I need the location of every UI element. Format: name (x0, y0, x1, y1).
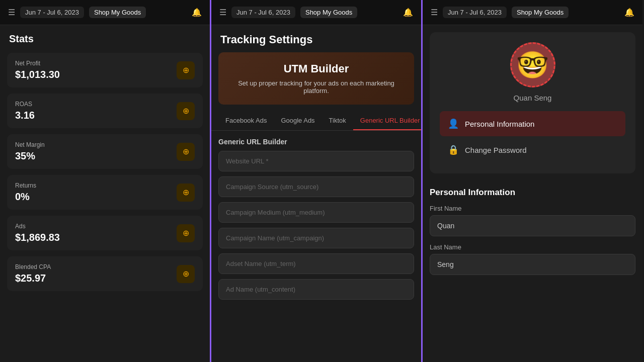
stat-label-net-profit: Net Profit (15, 60, 60, 67)
form-section-title: Generic URL Builder (211, 138, 421, 151)
stats-topbar: ☰ Jun 7 - Jul 6, 2023 Shop My Goods 🔔 (0, 0, 210, 25)
shop-name-2[interactable]: Shop My Goods (300, 7, 357, 18)
date-range-3: Jun 7 - Jul 6, 2023 (443, 7, 507, 18)
first-name-label: First Name (430, 205, 635, 212)
stats-title: Stats (0, 25, 210, 50)
stat-icon-roas: ⊕ (177, 102, 195, 120)
lock-icon: 🔒 (448, 144, 459, 155)
first-name-input[interactable] (430, 215, 635, 236)
stat-icon-blended-cpa: ⊕ (177, 265, 195, 283)
stat-icon-net-profit: ⊕ (177, 61, 195, 79)
menu-icon-3[interactable]: ☰ (431, 8, 438, 17)
shop-name-1[interactable]: Shop My Goods (89, 7, 146, 18)
stat-value-roas: 3.16 (15, 110, 35, 121)
stat-card-net-margin: Net Margin 35% ⊕ (7, 134, 203, 169)
campaign-medium-input[interactable] (218, 202, 414, 223)
date-range-2: Jun 7 - Jul 6, 2023 (231, 7, 295, 18)
stat-label-net-margin: Net Margin (15, 141, 45, 148)
stat-card-net-profit: Net Profit $1,013.30 ⊕ (7, 53, 203, 87)
stat-card-blended-cpa: Blended CPA $25.97 ⊕ (7, 256, 203, 291)
profile-card: 🤓 Quan Seng 👤 Personal Information 🔒 Cha… (430, 32, 635, 173)
stat-icon-returns: ⊕ (177, 184, 195, 202)
last-name-label: Last Name (430, 243, 635, 251)
campaign-name-input[interactable] (218, 228, 414, 248)
tracking-tabs: Facebook Ads Google Ads Tiktok Generic U… (211, 112, 421, 131)
last-name-input[interactable] (430, 254, 635, 275)
profile-topbar: ☰ Jun 7 - Jul 6, 2023 Shop My Goods 🔔 (423, 0, 642, 25)
tab-tiktok[interactable]: Tiktok (322, 112, 353, 130)
profile-panel: ☰ Jun 7 - Jul 6, 2023 Shop My Goods 🔔 🤓 … (423, 0, 642, 362)
menu-item-change-password[interactable]: 🔒 Change Password (440, 137, 625, 162)
menu-icon-1[interactable]: ☰ (8, 8, 15, 17)
utm-banner-description: Set up proper tracking for your ads on e… (228, 79, 404, 95)
person-icon: 👤 (448, 118, 459, 129)
profile-name: Quan Seng (514, 94, 552, 102)
stat-card-roas: ROAS 3.16 ⊕ (7, 94, 203, 128)
shop-name-3[interactable]: Shop My Goods (512, 7, 569, 18)
bell-icon-2[interactable]: 🔔 (403, 8, 413, 17)
menu-icon-2[interactable]: ☰ (219, 8, 226, 17)
stat-card-ads: Ads $1,869.83 ⊕ (7, 216, 203, 250)
ad-name-input[interactable] (218, 279, 414, 300)
website-url-input[interactable] (218, 151, 414, 171)
menu-item-personal-info[interactable]: 👤 Personal Information (440, 111, 625, 136)
stat-value-net-margin: 35% (15, 150, 45, 162)
avatar-emoji: 🤓 (516, 52, 549, 78)
stat-label-returns: Returns (15, 182, 36, 189)
tracking-title: Tracking Settings (211, 25, 421, 52)
stat-card-returns: Returns 0% ⊕ (7, 175, 203, 210)
stat-label-blended-cpa: Blended CPA (15, 263, 51, 270)
utm-banner: UTM Builder Set up proper tracking for y… (218, 52, 414, 105)
stat-value-returns: 0% (15, 191, 36, 203)
avatar: 🤓 (510, 42, 555, 87)
stat-label-ads: Ads (15, 223, 60, 230)
adset-name-input[interactable] (218, 253, 414, 274)
menu-item-personal-info-label: Personal Information (465, 120, 534, 128)
tracking-topbar: ☰ Jun 7 - Jul 6, 2023 Shop My Goods 🔔 (211, 0, 421, 25)
stat-value-blended-cpa: $25.97 (15, 273, 51, 284)
bell-icon-1[interactable]: 🔔 (192, 8, 202, 17)
stat-icon-net-margin: ⊕ (177, 143, 195, 161)
menu-item-change-password-label: Change Password (465, 146, 527, 154)
stat-value-ads: $1,869.83 (15, 232, 60, 243)
bell-icon-3[interactable]: 🔔 (624, 8, 634, 17)
stat-value-net-profit: $1,013.30 (15, 69, 60, 80)
utm-banner-title: UTM Builder (228, 62, 404, 75)
campaign-source-input[interactable] (218, 176, 414, 197)
tab-facebook-ads[interactable]: Facebook Ads (218, 112, 274, 130)
stat-icon-ads: ⊕ (177, 224, 195, 242)
personal-info-section: Personal Information First Name Last Nam… (430, 180, 635, 289)
tab-google-ads[interactable]: Google Ads (274, 112, 321, 130)
date-range-1: Jun 7 - Jul 6, 2023 (20, 7, 84, 18)
personal-info-title: Personal Information (430, 188, 635, 198)
tab-generic-url-builder[interactable]: Generic URL Builder (353, 112, 423, 130)
stat-label-roas: ROAS (15, 101, 35, 108)
tracking-panel: ☰ Jun 7 - Jul 6, 2023 Shop My Goods 🔔 Tr… (211, 0, 423, 362)
stats-panel: ☰ Jun 7 - Jul 6, 2023 Shop My Goods 🔔 St… (0, 0, 211, 362)
